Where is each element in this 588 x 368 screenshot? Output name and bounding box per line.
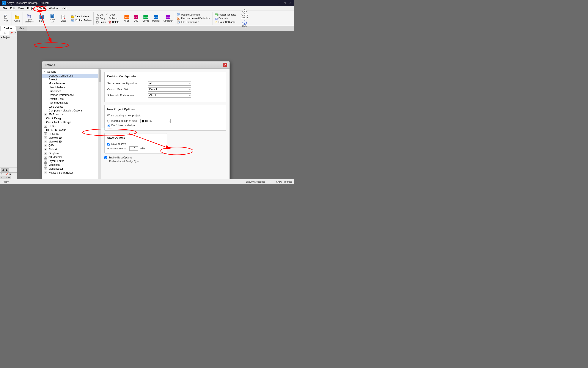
- paste-button[interactable]: Paste: [95, 20, 107, 24]
- sidebar-close[interactable]: ✕: [14, 31, 17, 35]
- insert-design-select[interactable]: ⬤ HFSS: [140, 119, 171, 123]
- tree-remote-analysis[interactable]: Remote Analysis: [42, 101, 98, 105]
- event-callbacks-button[interactable]: Event Callbacks: [214, 20, 237, 24]
- sidebar-tab-project[interactable]: Pr...: [0, 31, 9, 35]
- tab-desktop[interactable]: Desktop: [1, 26, 16, 31]
- menu-edit[interactable]: Edit: [9, 7, 16, 10]
- dialog-body: ▼ General Desktop Configuration Project …: [42, 69, 230, 181]
- help-button[interactable]: ? Help: [240, 20, 249, 28]
- sidebar-n[interactable]: N...: [0, 176, 5, 179]
- tree-circuit-netlist[interactable]: Circuit NetList Design: [42, 120, 98, 124]
- desktop-config-section-title: Desktop Configuration: [107, 75, 223, 79]
- maxwell-button[interactable]: Maxwell Maxwell: [151, 12, 161, 24]
- tab-view[interactable]: View: [16, 26, 27, 31]
- nav-left[interactable]: ◀: [1, 168, 5, 172]
- tree-maxwell-2d[interactable]: + Maxwell 2D: [42, 136, 98, 140]
- svg-rect-27: [72, 15, 73, 16]
- copy-button[interactable]: Copy: [95, 17, 106, 20]
- tree-circuit-design[interactable]: Circuit Design: [42, 116, 98, 120]
- tree-netlist-script[interactable]: + Netlist & Script Editor: [42, 171, 98, 175]
- nav-right[interactable]: ▶: [5, 168, 9, 172]
- tree-model-editor[interactable]: + Model Editor: [42, 167, 98, 171]
- tree-q3d[interactable]: + Q3D: [42, 144, 98, 147]
- tree-desktop-performance[interactable]: Desktop Performance: [42, 93, 98, 97]
- toolbar-group-save-as: + SaveAs: [47, 12, 58, 25]
- autosave-interval-row: Autosave interval: edits: [107, 146, 164, 151]
- tree-hfss-3d-layout[interactable]: HFSS 3D Layout: [42, 128, 98, 132]
- dont-insert-radio[interactable]: [107, 124, 110, 127]
- sidebar-bottom-close2[interactable]: ✕: [9, 173, 12, 176]
- tree-user-interface[interactable]: User Interface: [42, 85, 98, 89]
- schematic-env-select[interactable]: Circuit: [148, 93, 191, 98]
- simplorer-button[interactable]: Simplorer Simplorer: [162, 12, 174, 24]
- tree-maxwell-3d[interactable]: + Maxwell 3D: [42, 140, 98, 144]
- q3d-button[interactable]: Q3D Q3D: [132, 12, 140, 24]
- tree-component-libraries[interactable]: Component Libraries Options: [42, 109, 98, 112]
- menu-tools[interactable]: Tools: [37, 6, 47, 11]
- tree-default-units[interactable]: Default Units: [42, 97, 98, 101]
- restore-archive-button[interactable]: Restore Archive: [70, 18, 93, 22]
- save-button[interactable]: Save: [37, 12, 46, 24]
- sidebar-u[interactable]: U.: [8, 176, 11, 179]
- maximize-button[interactable]: □: [283, 1, 287, 5]
- sidebar-bottom-pin2[interactable]: 📌: [5, 173, 9, 176]
- menu-window[interactable]: Window: [47, 7, 60, 10]
- cut-button[interactable]: Cut: [95, 13, 104, 16]
- tree-miscellaneous[interactable]: Miscellaneous: [42, 82, 98, 85]
- dialog-title-bar: Options ✕: [42, 61, 230, 69]
- datasets-button[interactable]: Datasets: [214, 17, 237, 20]
- general-options-label: GeneralOptions: [241, 14, 249, 19]
- undo-button[interactable]: Undo: [105, 13, 116, 16]
- custom-menu-select[interactable]: Default: [148, 87, 191, 92]
- tree-rmxprt[interactable]: + RMxprt: [42, 147, 98, 151]
- autosave-interval-input[interactable]: [130, 146, 138, 151]
- enable-beta-checkbox[interactable]: [104, 156, 107, 159]
- tree-directories[interactable]: Directories: [42, 89, 98, 93]
- redo-button[interactable]: Redo: [107, 17, 118, 20]
- minimize-button[interactable]: —: [277, 1, 281, 5]
- menu-project[interactable]: Project: [26, 7, 37, 10]
- delete-label: Delete: [112, 21, 119, 23]
- menu-help[interactable]: Help: [60, 7, 69, 10]
- tree-scrollbar-thumb[interactable]: [99, 69, 101, 82]
- update-definitions-button[interactable]: Update Definitions: [176, 13, 211, 16]
- tree-desktop-config[interactable]: Desktop Configuration: [42, 74, 98, 78]
- dialog-close-button[interactable]: ✕: [223, 63, 227, 67]
- sidebar-v[interactable]: V.: [5, 176, 8, 179]
- delete-button[interactable]: Delete: [107, 20, 120, 24]
- remove-unused-definitions-button[interactable]: Remove Unused Definitions: [176, 17, 211, 20]
- tree-web-update[interactable]: Web Update: [42, 105, 98, 109]
- new-button[interactable]: New: [2, 12, 10, 24]
- tree-hfss[interactable]: + HFSS: [42, 124, 98, 128]
- save-as-button[interactable]: + SaveAs: [48, 12, 57, 24]
- hfss-button[interactable]: HFSS HFSS: [122, 12, 131, 24]
- project-variables-button[interactable]: f(x) Project Variables: [214, 13, 237, 16]
- targeted-config-select[interactable]: All: [148, 81, 191, 86]
- tree-project[interactable]: Project: [42, 78, 98, 82]
- enables-icepak-label: Enables Icepak Design Type: [109, 160, 226, 163]
- menu-file[interactable]: File: [1, 7, 9, 10]
- app-close-button[interactable]: ✕: [288, 1, 292, 5]
- project-variables-label: Project Variables: [218, 13, 236, 16]
- save-archive-button[interactable]: Save Archive: [70, 15, 93, 18]
- svg-point-32: [96, 15, 97, 16]
- tree-hfss-ie[interactable]: + HFSS-IE: [42, 132, 98, 136]
- tree-simplorer[interactable]: + Simplorer: [42, 151, 98, 155]
- tree-machines[interactable]: + Machines: [42, 163, 98, 167]
- circuit-button[interactable]: Circuit Circuit: [141, 12, 150, 24]
- close-button[interactable]: Close: [59, 12, 68, 24]
- sidebar-bottom-pr[interactable]: Pr...: [0, 173, 5, 176]
- do-autosave-checkbox[interactable]: [107, 143, 110, 146]
- open-examples-button[interactable]: OpenExamples: [24, 12, 35, 24]
- tree-scrollbar[interactable]: [98, 69, 101, 181]
- tree-layout-editor[interactable]: + Layout Editor: [42, 159, 98, 163]
- tree-general[interactable]: ▼ General: [42, 70, 98, 74]
- tree-2d-extractor[interactable]: + 2D Extractor: [42, 112, 98, 116]
- open-button[interactable]: Open: [13, 12, 21, 24]
- insert-design-radio[interactable]: [107, 120, 110, 122]
- menu-view[interactable]: View: [16, 7, 26, 10]
- sidebar-pin[interactable]: 📌: [9, 31, 14, 35]
- tree-3d-modeler[interactable]: + 3D Modeler: [42, 155, 98, 159]
- edit-definitions-button[interactable]: Edit Definitions ▾: [176, 20, 211, 24]
- general-options-button[interactable]: GeneralOptions: [239, 9, 250, 19]
